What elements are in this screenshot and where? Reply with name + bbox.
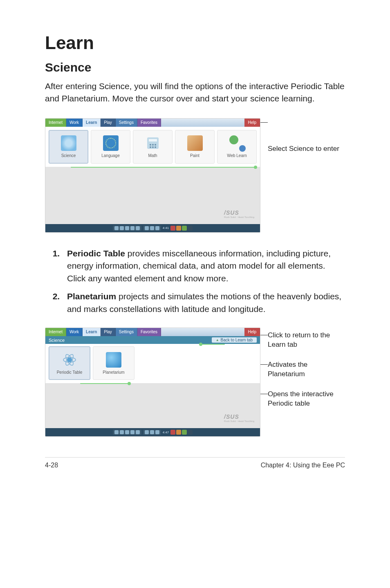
callout-line-back	[199, 344, 225, 345]
launcher-math: Math	[133, 130, 173, 164]
taskbar-window-controls	[170, 226, 193, 231]
svg-rect-1	[149, 139, 157, 141]
svg-point-3	[152, 144, 154, 146]
tab-favorites: Favorites	[137, 328, 161, 336]
intro-paragraph: After entering Science, you will find th…	[45, 80, 345, 105]
tab-help: Help	[244, 119, 260, 127]
screenshot-learn-tab: Internet Work Learn Play Settings Favori…	[45, 118, 260, 233]
callout-line	[71, 167, 257, 168]
taskbar-clock: 4:47	[163, 431, 169, 434]
callout-connector	[260, 122, 268, 123]
taskbar: 4:41	[45, 224, 260, 232]
tab-help: Help	[244, 328, 260, 336]
tab-learn: Learn	[83, 328, 101, 336]
list-item-planetarium: Planetarium projects and simulates the m…	[62, 290, 345, 315]
tab-internet: Internet	[45, 328, 66, 336]
tab-settings: Settings	[116, 119, 137, 127]
launcher-weblearn-label: Web Learn	[227, 153, 247, 158]
launcher-paint-label: Paint	[190, 153, 199, 158]
caption-periodic-table: Opens the interactive Periodic table	[268, 390, 345, 408]
tab-favorites: Favorites	[137, 119, 161, 127]
taskbar: 4:47	[45, 428, 260, 436]
footer-page-number: 4-28	[45, 462, 58, 469]
web-learn-icon	[229, 135, 245, 151]
launcher-paint: Paint	[175, 130, 215, 164]
tab-settings: Settings	[116, 328, 137, 336]
svg-point-5	[150, 146, 151, 148]
section-heading: Science	[45, 61, 345, 74]
caption-planetarium: Activates the Planetarium	[268, 360, 345, 379]
periodic-table-icon	[62, 352, 77, 368]
callout-line-sub	[80, 383, 130, 384]
svg-point-2	[150, 144, 151, 146]
calculator-icon	[145, 135, 161, 151]
callout-connector	[260, 364, 268, 365]
launcher-periodic-label: Periodic Table	[57, 370, 83, 375]
caption-back-to-learn: Click to return to the Learn tab	[268, 331, 345, 350]
launcher-planetarium: Planetarium	[93, 346, 134, 380]
launcher-language: Language	[91, 130, 130, 164]
launcher-science: Science	[49, 130, 88, 164]
launcher-planetarium-label: Planetarium	[103, 370, 124, 375]
list-item-periodic: Periodic Table provides miscellaneous in…	[62, 247, 345, 285]
globe-icon	[103, 135, 119, 151]
footer-chapter-title: Chapter 4: Using the Eee PC	[261, 462, 345, 469]
page-title: Learn	[45, 33, 345, 53]
launcher-math-label: Math	[148, 153, 157, 158]
screenshot-science-submenu: Internet Work Learn Play Settings Favori…	[45, 328, 260, 437]
launcher-language-label: Language	[101, 153, 120, 158]
svg-point-7	[155, 146, 156, 148]
tab-play: Play	[101, 328, 115, 336]
taskbar-window-controls	[170, 430, 193, 435]
brand-logo: /SUS Rock Solid · Heart Touching	[224, 413, 254, 422]
launcher-weblearn: Web Learn	[217, 130, 257, 164]
caption-select-science: Select Science to enter	[268, 118, 345, 154]
atom-icon	[61, 135, 76, 151]
launcher-periodic-table: Periodic Table	[49, 346, 90, 380]
tab-internet: Internet	[45, 119, 66, 127]
back-to-learn-button: Back to Learn tab	[212, 337, 257, 343]
callout-connector	[260, 335, 268, 335]
breadcrumb-science: Science	[49, 338, 65, 343]
tab-play: Play	[101, 119, 115, 127]
planet-icon	[106, 352, 121, 368]
brand-logo: /SUS Rock Solid · Heart Touching	[224, 209, 254, 218]
svg-point-4	[155, 144, 156, 146]
callout-connector	[260, 394, 268, 394]
tab-work: Work	[66, 119, 83, 127]
feature-list: Periodic Table provides miscellaneous in…	[45, 247, 345, 315]
tab-work: Work	[66, 328, 83, 336]
svg-point-6	[152, 146, 154, 148]
launcher-science-label: Science	[61, 153, 76, 158]
palette-icon	[187, 135, 203, 151]
taskbar-clock: 4:41	[163, 226, 169, 230]
tab-learn: Learn	[83, 119, 101, 127]
